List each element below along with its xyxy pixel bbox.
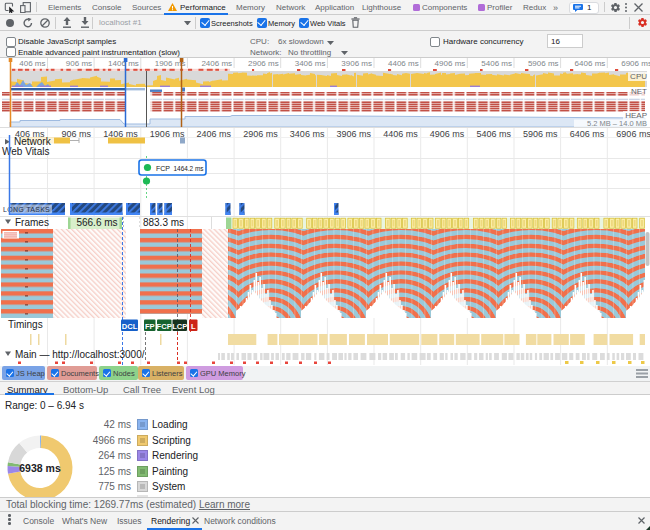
svg-text:406 ms: 406 ms	[19, 59, 45, 68]
svg-text:5406 ms: 5406 ms	[481, 59, 512, 68]
svg-text:Timings: Timings	[8, 319, 43, 330]
svg-text:883.3 ms: 883.3 ms	[143, 217, 184, 228]
svg-text:FCP: FCP	[156, 164, 170, 173]
svg-text:Main — http://localhost:3000/: Main — http://localhost:3000/	[15, 349, 145, 360]
svg-text:NET: NET	[631, 87, 647, 96]
svg-text:3406 ms: 3406 ms	[295, 59, 326, 68]
svg-text:LCP: LCP	[172, 322, 187, 331]
svg-text:FCP: FCP	[157, 322, 172, 331]
svg-text:566.6 ms: 566.6 ms	[76, 217, 117, 228]
svg-text:DCL: DCL	[122, 322, 138, 331]
svg-text:FP: FP	[145, 322, 155, 331]
svg-text:2406 ms: 2406 ms	[201, 59, 232, 68]
svg-text:L: L	[191, 322, 196, 331]
svg-text:1406 ms: 1406 ms	[108, 59, 139, 68]
svg-text:LONG TASKS :: LONG TASKS :	[3, 206, 55, 213]
svg-text:906 ms: 906 ms	[66, 59, 92, 68]
svg-text:5.2 MB – 14.0 MB: 5.2 MB – 14.0 MB	[587, 119, 647, 128]
svg-text:5906 ms: 5906 ms	[528, 59, 559, 68]
svg-text:4906 ms: 4906 ms	[435, 59, 466, 68]
svg-text:6938 ms: 6938 ms	[19, 462, 61, 474]
svg-text:Frames: Frames	[15, 217, 49, 228]
svg-text:6406 ms: 6406 ms	[575, 59, 606, 68]
svg-text:CPU: CPU	[630, 72, 647, 81]
svg-text:6906 ms: 6906 ms	[621, 59, 650, 68]
svg-text:3906 ms: 3906 ms	[341, 59, 372, 68]
svg-text:1464.2 ms: 1464.2 ms	[174, 164, 204, 173]
svg-text:2906 ms: 2906 ms	[248, 59, 279, 68]
svg-text:4406 ms: 4406 ms	[388, 59, 419, 68]
